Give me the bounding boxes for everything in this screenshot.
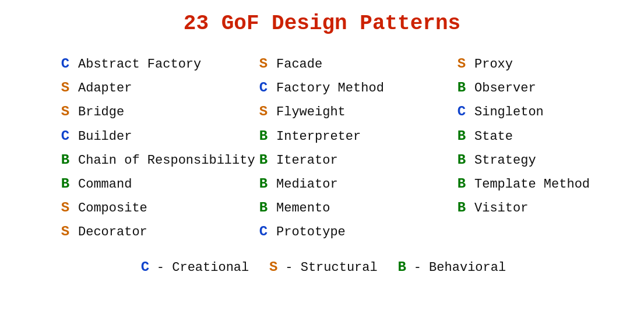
pattern-row: BObserver: [455, 77, 644, 98]
legend-label: - Creational: [157, 260, 249, 275]
pattern-letter: B: [455, 197, 469, 218]
patterns-grid: CAbstract FactorySAdapterSBridgeCBuilder…: [23, 53, 621, 243]
legend-label: - Structural: [285, 260, 377, 275]
pattern-letter: S: [256, 101, 270, 122]
pattern-name: Decorator: [78, 223, 147, 242]
pattern-letter: B: [256, 125, 270, 147]
pattern-letter: S: [58, 77, 72, 98]
column-2: SProxyBObserverCSingletonBStateBStrategy…: [455, 53, 644, 243]
pattern-name: Prototype: [276, 223, 346, 242]
column-0: CAbstract FactorySAdapterSBridgeCBuilder…: [58, 53, 256, 243]
legend-item: B- Behavioral: [395, 259, 506, 275]
pattern-name: Bridge: [78, 103, 124, 122]
pattern-row: SDecorator: [58, 221, 256, 242]
pattern-name: Chain of Responsibility: [78, 151, 255, 171]
column-1: SFacadeCFactory MethodSFlyweightBInterpr…: [256, 53, 455, 243]
pattern-letter: B: [256, 173, 270, 195]
pattern-letter: B: [256, 197, 270, 218]
pattern-row: SAdapter: [58, 77, 256, 98]
pattern-letter: B: [455, 77, 469, 98]
pattern-row: CSingleton: [455, 101, 644, 122]
pattern-name: Singleton: [474, 103, 544, 122]
pattern-letter: S: [58, 101, 72, 122]
pattern-name: Abstract Factory: [78, 55, 201, 75]
pattern-name: Template Method: [474, 175, 590, 195]
pattern-row: BInterpreter: [256, 125, 455, 147]
pattern-letter: B: [58, 173, 72, 195]
pattern-row: SComposite: [58, 197, 256, 218]
pattern-row: BMediator: [256, 173, 455, 195]
pattern-letter: C: [455, 101, 469, 122]
legend: C- CreationalS- StructuralB- Behavioral: [138, 259, 506, 275]
pattern-row: SFacade: [256, 53, 455, 75]
pattern-name: Iterator: [276, 151, 338, 171]
pattern-row: BChain of Responsibility: [58, 149, 256, 171]
pattern-row: CAbstract Factory: [58, 53, 256, 75]
pattern-letter: B: [455, 125, 469, 147]
pattern-row: BState: [455, 125, 644, 147]
pattern-name: Command: [78, 175, 132, 195]
pattern-name: Factory Method: [276, 79, 384, 98]
pattern-name: Proxy: [474, 55, 513, 75]
pattern-row: BIterator: [256, 149, 455, 171]
pattern-letter: C: [256, 221, 270, 242]
pattern-row: BMemento: [256, 197, 455, 218]
pattern-letter: B: [58, 149, 72, 171]
pattern-row: SProxy: [455, 53, 644, 75]
pattern-name: Adapter: [78, 79, 132, 98]
pattern-name: Visitor: [474, 199, 528, 218]
pattern-letter: B: [455, 173, 469, 195]
pattern-row: BTemplate Method: [455, 173, 644, 195]
legend-item: C- Creational: [138, 259, 249, 275]
legend-letter: C: [138, 259, 152, 275]
pattern-name: Memento: [276, 199, 330, 218]
pattern-letter: S: [58, 221, 72, 242]
pattern-letter: B: [455, 149, 469, 171]
pattern-name: Interpreter: [276, 127, 361, 147]
pattern-row: SBridge: [58, 101, 256, 122]
pattern-letter: C: [58, 53, 72, 75]
pattern-letter: S: [58, 197, 72, 218]
pattern-letter: S: [256, 53, 270, 75]
legend-letter: S: [266, 259, 280, 275]
pattern-row: CFactory Method: [256, 77, 455, 98]
page-title: 23 GoF Design Patterns: [184, 12, 460, 36]
legend-letter: B: [395, 259, 409, 275]
pattern-letter: C: [256, 77, 270, 98]
pattern-letter: C: [58, 125, 72, 147]
pattern-name: Composite: [78, 199, 147, 218]
pattern-name: Mediator: [276, 175, 338, 195]
pattern-name: Facade: [276, 55, 322, 75]
pattern-name: Builder: [78, 127, 132, 147]
pattern-row: BStrategy: [455, 149, 644, 171]
pattern-name: Strategy: [474, 151, 536, 171]
legend-label: - Behavioral: [414, 260, 506, 275]
pattern-name: Observer: [474, 79, 536, 98]
pattern-row: CPrototype: [256, 221, 455, 242]
pattern-row: SFlyweight: [256, 101, 455, 122]
pattern-row: CBuilder: [58, 125, 256, 147]
pattern-letter: S: [455, 53, 469, 75]
legend-item: S- Structural: [266, 259, 377, 275]
pattern-name: State: [474, 127, 513, 147]
pattern-row: BCommand: [58, 173, 256, 195]
pattern-name: Flyweight: [276, 103, 346, 122]
pattern-letter: B: [256, 149, 270, 171]
pattern-row: BVisitor: [455, 197, 644, 218]
